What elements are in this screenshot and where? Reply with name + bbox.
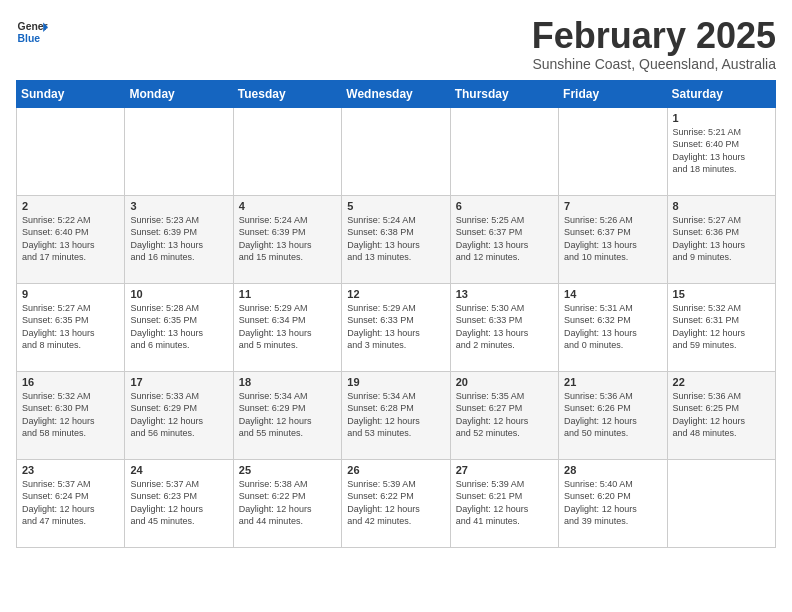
day-info: Sunrise: 5:30 AM Sunset: 6:33 PM Dayligh…	[456, 302, 553, 352]
calendar-cell: 6Sunrise: 5:25 AM Sunset: 6:37 PM Daylig…	[450, 195, 558, 283]
weekday-header-sunday: Sunday	[17, 80, 125, 107]
week-row-4: 16Sunrise: 5:32 AM Sunset: 6:30 PM Dayli…	[17, 371, 776, 459]
calendar-body: 1Sunrise: 5:21 AM Sunset: 6:40 PM Daylig…	[17, 107, 776, 547]
svg-text:Blue: Blue	[18, 33, 41, 44]
calendar-cell: 11Sunrise: 5:29 AM Sunset: 6:34 PM Dayli…	[233, 283, 341, 371]
day-info: Sunrise: 5:36 AM Sunset: 6:25 PM Dayligh…	[673, 390, 770, 440]
day-info: Sunrise: 5:34 AM Sunset: 6:29 PM Dayligh…	[239, 390, 336, 440]
day-number: 18	[239, 376, 336, 388]
day-number: 2	[22, 200, 119, 212]
week-row-2: 2Sunrise: 5:22 AM Sunset: 6:40 PM Daylig…	[17, 195, 776, 283]
day-info: Sunrise: 5:35 AM Sunset: 6:27 PM Dayligh…	[456, 390, 553, 440]
day-number: 13	[456, 288, 553, 300]
day-info: Sunrise: 5:29 AM Sunset: 6:34 PM Dayligh…	[239, 302, 336, 352]
day-info: Sunrise: 5:32 AM Sunset: 6:30 PM Dayligh…	[22, 390, 119, 440]
day-number: 11	[239, 288, 336, 300]
calendar-cell: 27Sunrise: 5:39 AM Sunset: 6:21 PM Dayli…	[450, 459, 558, 547]
day-number: 20	[456, 376, 553, 388]
calendar-cell	[17, 107, 125, 195]
calendar-cell: 17Sunrise: 5:33 AM Sunset: 6:29 PM Dayli…	[125, 371, 233, 459]
day-info: Sunrise: 5:24 AM Sunset: 6:39 PM Dayligh…	[239, 214, 336, 264]
day-info: Sunrise: 5:37 AM Sunset: 6:23 PM Dayligh…	[130, 478, 227, 528]
day-number: 19	[347, 376, 444, 388]
day-number: 28	[564, 464, 661, 476]
day-info: Sunrise: 5:22 AM Sunset: 6:40 PM Dayligh…	[22, 214, 119, 264]
calendar-cell: 10Sunrise: 5:28 AM Sunset: 6:35 PM Dayli…	[125, 283, 233, 371]
day-info: Sunrise: 5:25 AM Sunset: 6:37 PM Dayligh…	[456, 214, 553, 264]
day-number: 22	[673, 376, 770, 388]
day-number: 3	[130, 200, 227, 212]
day-info: Sunrise: 5:39 AM Sunset: 6:22 PM Dayligh…	[347, 478, 444, 528]
week-row-3: 9Sunrise: 5:27 AM Sunset: 6:35 PM Daylig…	[17, 283, 776, 371]
day-number: 8	[673, 200, 770, 212]
calendar-cell	[450, 107, 558, 195]
calendar-cell: 28Sunrise: 5:40 AM Sunset: 6:20 PM Dayli…	[559, 459, 667, 547]
day-info: Sunrise: 5:33 AM Sunset: 6:29 PM Dayligh…	[130, 390, 227, 440]
calendar-cell: 22Sunrise: 5:36 AM Sunset: 6:25 PM Dayli…	[667, 371, 775, 459]
day-number: 1	[673, 112, 770, 124]
calendar-cell: 3Sunrise: 5:23 AM Sunset: 6:39 PM Daylig…	[125, 195, 233, 283]
calendar-cell: 15Sunrise: 5:32 AM Sunset: 6:31 PM Dayli…	[667, 283, 775, 371]
page-header: General Blue February 2025 Sunshine Coas…	[16, 16, 776, 72]
day-info: Sunrise: 5:27 AM Sunset: 6:35 PM Dayligh…	[22, 302, 119, 352]
calendar-cell: 4Sunrise: 5:24 AM Sunset: 6:39 PM Daylig…	[233, 195, 341, 283]
day-number: 23	[22, 464, 119, 476]
calendar-cell	[559, 107, 667, 195]
weekday-header-friday: Friday	[559, 80, 667, 107]
month-title: February 2025	[532, 16, 776, 56]
calendar-cell: 16Sunrise: 5:32 AM Sunset: 6:30 PM Dayli…	[17, 371, 125, 459]
calendar-cell: 1Sunrise: 5:21 AM Sunset: 6:40 PM Daylig…	[667, 107, 775, 195]
weekday-header-wednesday: Wednesday	[342, 80, 450, 107]
weekday-header-tuesday: Tuesday	[233, 80, 341, 107]
day-info: Sunrise: 5:36 AM Sunset: 6:26 PM Dayligh…	[564, 390, 661, 440]
day-number: 10	[130, 288, 227, 300]
weekday-header-saturday: Saturday	[667, 80, 775, 107]
day-number: 5	[347, 200, 444, 212]
calendar-cell: 21Sunrise: 5:36 AM Sunset: 6:26 PM Dayli…	[559, 371, 667, 459]
title-block: February 2025 Sunshine Coast, Queensland…	[532, 16, 776, 72]
day-number: 6	[456, 200, 553, 212]
day-info: Sunrise: 5:38 AM Sunset: 6:22 PM Dayligh…	[239, 478, 336, 528]
day-info: Sunrise: 5:23 AM Sunset: 6:39 PM Dayligh…	[130, 214, 227, 264]
week-row-5: 23Sunrise: 5:37 AM Sunset: 6:24 PM Dayli…	[17, 459, 776, 547]
day-number: 4	[239, 200, 336, 212]
day-number: 15	[673, 288, 770, 300]
day-number: 21	[564, 376, 661, 388]
calendar-cell: 23Sunrise: 5:37 AM Sunset: 6:24 PM Dayli…	[17, 459, 125, 547]
calendar-cell: 14Sunrise: 5:31 AM Sunset: 6:32 PM Dayli…	[559, 283, 667, 371]
day-number: 27	[456, 464, 553, 476]
calendar-table: SundayMondayTuesdayWednesdayThursdayFrid…	[16, 80, 776, 548]
calendar-cell: 5Sunrise: 5:24 AM Sunset: 6:38 PM Daylig…	[342, 195, 450, 283]
day-number: 7	[564, 200, 661, 212]
day-info: Sunrise: 5:37 AM Sunset: 6:24 PM Dayligh…	[22, 478, 119, 528]
day-info: Sunrise: 5:24 AM Sunset: 6:38 PM Dayligh…	[347, 214, 444, 264]
day-number: 9	[22, 288, 119, 300]
calendar-cell: 24Sunrise: 5:37 AM Sunset: 6:23 PM Dayli…	[125, 459, 233, 547]
calendar-cell: 12Sunrise: 5:29 AM Sunset: 6:33 PM Dayli…	[342, 283, 450, 371]
day-info: Sunrise: 5:39 AM Sunset: 6:21 PM Dayligh…	[456, 478, 553, 528]
calendar-cell: 2Sunrise: 5:22 AM Sunset: 6:40 PM Daylig…	[17, 195, 125, 283]
week-row-1: 1Sunrise: 5:21 AM Sunset: 6:40 PM Daylig…	[17, 107, 776, 195]
calendar-cell	[342, 107, 450, 195]
day-number: 16	[22, 376, 119, 388]
day-number: 17	[130, 376, 227, 388]
calendar-cell: 8Sunrise: 5:27 AM Sunset: 6:36 PM Daylig…	[667, 195, 775, 283]
day-info: Sunrise: 5:28 AM Sunset: 6:35 PM Dayligh…	[130, 302, 227, 352]
day-info: Sunrise: 5:26 AM Sunset: 6:37 PM Dayligh…	[564, 214, 661, 264]
calendar-cell	[667, 459, 775, 547]
day-info: Sunrise: 5:21 AM Sunset: 6:40 PM Dayligh…	[673, 126, 770, 176]
calendar-cell: 25Sunrise: 5:38 AM Sunset: 6:22 PM Dayli…	[233, 459, 341, 547]
weekday-header-thursday: Thursday	[450, 80, 558, 107]
calendar-cell: 20Sunrise: 5:35 AM Sunset: 6:27 PM Dayli…	[450, 371, 558, 459]
day-number: 12	[347, 288, 444, 300]
day-number: 24	[130, 464, 227, 476]
day-info: Sunrise: 5:27 AM Sunset: 6:36 PM Dayligh…	[673, 214, 770, 264]
calendar-cell	[125, 107, 233, 195]
calendar-cell: 7Sunrise: 5:26 AM Sunset: 6:37 PM Daylig…	[559, 195, 667, 283]
day-info: Sunrise: 5:32 AM Sunset: 6:31 PM Dayligh…	[673, 302, 770, 352]
day-number: 14	[564, 288, 661, 300]
calendar-cell: 19Sunrise: 5:34 AM Sunset: 6:28 PM Dayli…	[342, 371, 450, 459]
day-info: Sunrise: 5:29 AM Sunset: 6:33 PM Dayligh…	[347, 302, 444, 352]
location-subtitle: Sunshine Coast, Queensland, Australia	[532, 56, 776, 72]
day-info: Sunrise: 5:31 AM Sunset: 6:32 PM Dayligh…	[564, 302, 661, 352]
